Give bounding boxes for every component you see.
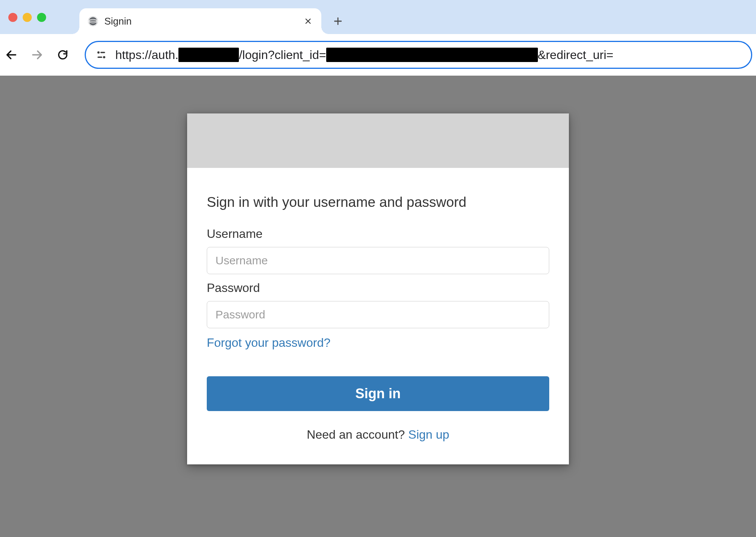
- login-card: Sign in with your username and password …: [187, 113, 569, 464]
- new-tab-button[interactable]: [327, 10, 349, 33]
- url-text: https://auth./login?client_id=&redirect_…: [115, 48, 613, 62]
- browser-toolbar: https://auth./login?client_id=&redirect_…: [0, 34, 756, 76]
- reload-button[interactable]: [51, 43, 74, 66]
- login-card-banner: [187, 113, 569, 168]
- signup-row: Need an account? Sign up: [207, 428, 549, 442]
- signin-button[interactable]: Sign in: [207, 376, 549, 411]
- close-window-icon[interactable]: [8, 13, 17, 22]
- need-account-text: Need an account?: [307, 428, 408, 441]
- svg-rect-3: [101, 52, 105, 53]
- password-label: Password: [207, 281, 549, 295]
- back-button[interactable]: [0, 43, 23, 66]
- redacted-segment: [326, 48, 538, 62]
- browser-tab-active[interactable]: Signin: [79, 8, 321, 34]
- url-segment: &redirect_uri=: [538, 48, 613, 62]
- password-input[interactable]: [207, 301, 549, 328]
- username-label: Username: [207, 227, 549, 241]
- forward-button[interactable]: [26, 43, 48, 66]
- url-segment: /login?client_id=: [239, 48, 326, 62]
- page-viewport: Sign in with your username and password …: [0, 76, 756, 537]
- minimize-window-icon[interactable]: [23, 13, 32, 22]
- globe-icon: [88, 16, 98, 26]
- redacted-segment: [178, 48, 239, 62]
- svg-point-2: [98, 51, 100, 54]
- login-card-body: Sign in with your username and password …: [187, 168, 569, 464]
- svg-rect-5: [98, 57, 102, 58]
- signup-link[interactable]: Sign up: [408, 428, 449, 441]
- window-controls: [8, 13, 46, 22]
- svg-point-4: [103, 56, 105, 58]
- tab-title: Signin: [104, 16, 297, 27]
- browser-tab-strip: Signin: [0, 0, 756, 34]
- address-bar[interactable]: https://auth./login?client_id=&redirect_…: [85, 41, 752, 69]
- tabs-row: Signin: [79, 0, 349, 34]
- login-heading: Sign in with your username and password: [207, 194, 549, 210]
- url-segment: https://auth.: [115, 48, 178, 62]
- site-settings-icon[interactable]: [96, 49, 107, 61]
- maximize-window-icon[interactable]: [37, 13, 46, 22]
- close-tab-icon[interactable]: [303, 16, 313, 26]
- username-input[interactable]: [207, 247, 549, 274]
- forgot-password-link[interactable]: Forgot your password?: [207, 336, 330, 350]
